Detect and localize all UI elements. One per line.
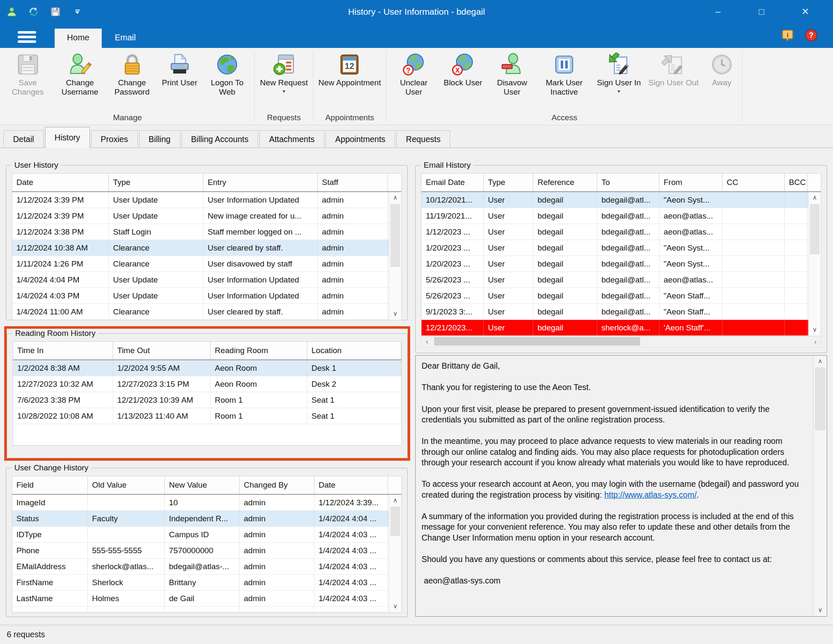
feedback-icon[interactable]: i — [781, 29, 794, 44]
scroll-down-icon[interactable]: ∨ — [809, 324, 821, 335]
user-icon[interactable] — [5, 5, 18, 18]
column-header-time-in[interactable]: Time In — [13, 342, 113, 359]
scrollbar-thumb[interactable] — [390, 507, 400, 536]
scroll-down-icon[interactable]: ∨ — [389, 601, 401, 612]
column-header-location[interactable]: Location — [307, 342, 401, 359]
menu-hamburger-icon[interactable] — [15, 29, 39, 45]
column-header-cc[interactable]: CC — [722, 174, 785, 191]
scroll-up-icon[interactable]: ∧ — [809, 192, 821, 203]
column-header-to[interactable]: To — [597, 174, 659, 191]
close-button[interactable]: ✕ — [783, 0, 827, 24]
sync-arrows-icon[interactable] — [27, 5, 40, 18]
column-header-staff[interactable]: Staff — [318, 174, 388, 191]
new-appointment-button[interactable]: 12New Appointment — [315, 51, 385, 88]
table-row[interactable]: 9/1/2023 3:...Userbdegailbdegail@atl..."… — [422, 304, 821, 320]
scroll-up-icon[interactable]: ∧ — [389, 495, 401, 506]
block-user-button[interactable]: XBlock User — [440, 51, 486, 88]
table-row[interactable]: LastNameHolmesde Gailadmin1/4/2024 4:03 … — [12, 591, 401, 607]
tab-requests[interactable]: Requests — [396, 130, 450, 148]
table-row[interactable]: 1/12/2023 ...Userbdegailbdegail@atl...ae… — [422, 224, 821, 240]
table-row-clipped[interactable]: SSCountryUnited Statesbdegail1/5/2022 4:… — [12, 607, 401, 612]
column-header-bcc[interactable]: BCC — [785, 174, 807, 191]
scrollbar-thumb[interactable] — [810, 204, 820, 254]
table-row[interactable]: 1/20/2023 ...Userbdegailbdegail@atl..."A… — [422, 240, 821, 256]
column-header-old-value[interactable]: Old Value — [88, 476, 165, 494]
vertical-scrollbar[interactable]: ∧∨ — [389, 192, 401, 320]
column-header-field[interactable]: Field — [12, 476, 88, 494]
tab-billing[interactable]: Billing — [139, 130, 180, 148]
logon-to-web-button[interactable]: Logon To Web — [201, 51, 253, 97]
scroll-down-icon[interactable]: ∨ — [389, 308, 401, 319]
tab-proxies[interactable]: Proxies — [91, 130, 138, 148]
vertical-scrollbar[interactable]: ∧∨ — [808, 192, 821, 336]
email-link[interactable]: http://www.atlas-sys.com/ — [604, 490, 697, 499]
column-header-reading-room[interactable]: Reading Room — [211, 342, 307, 359]
save-icon[interactable] — [49, 5, 62, 18]
horizontal-scrollbar[interactable]: ‹ › — [421, 336, 821, 347]
table-row[interactable]: 1/4/2024 4:03 PMUser UpdateUser Informat… — [12, 288, 401, 304]
scroll-right-icon[interactable]: › — [810, 336, 821, 347]
customize-quick-access-icon[interactable] — [71, 5, 84, 18]
scroll-left-icon[interactable]: ‹ — [422, 336, 432, 347]
table-row[interactable]: 11/19/2021...Userbdegailbdegail@atl...ae… — [422, 208, 821, 224]
column-header-changed-by[interactable]: Changed By — [240, 476, 314, 494]
table-row[interactable]: 1/12/2024 3:39 PMUser UpdateNew image cr… — [12, 208, 401, 224]
column-header-entry[interactable]: Entry — [203, 174, 318, 191]
table-row[interactable]: 5/26/2023 ...Userbdegailbdegail@atl...ae… — [422, 272, 821, 288]
table-row[interactable]: 1/12/2024 3:39 PMUser UpdateUser Informa… — [12, 192, 401, 208]
new-request-button[interactable]: New Request▾ — [256, 51, 311, 95]
table-row[interactable]: 10/12/2021...Userbdegailbdegail@atl..."A… — [422, 192, 821, 208]
tab-home[interactable]: Home — [55, 29, 102, 48]
column-header-new-value[interactable]: New Value — [165, 476, 240, 494]
column-header-reference[interactable]: Reference — [533, 174, 597, 191]
table-row[interactable]: 1/2/2024 8:38 AM1/2/2024 9:55 AMAeon Roo… — [13, 360, 401, 376]
scrollbar-thumb[interactable] — [434, 337, 640, 346]
column-header-from[interactable]: From — [659, 174, 722, 191]
tab-billing-accounts[interactable]: Billing Accounts — [182, 130, 258, 148]
table-row[interactable]: 1/11/2024 1:26 PMClearanceUser disavowed… — [12, 256, 401, 272]
table-row[interactable]: StatusFacultyIndependent R...admin1/4/20… — [12, 511, 401, 527]
column-header-date[interactable]: Date — [12, 174, 109, 191]
tab-email[interactable]: Email — [102, 29, 149, 48]
tab-appointments[interactable]: Appointments — [326, 130, 395, 148]
table-row[interactable]: 1/12/2024 10:38 AMClearanceUser cleared … — [12, 240, 401, 256]
table-row[interactable]: 5/26/2023 ...Userbdegailbdegail@atl..."A… — [422, 288, 821, 304]
table-row[interactable]: 7/6/2023 3:38 PM12/21/2023 10:39 AMRoom … — [13, 392, 401, 408]
table-row[interactable]: ImageId10admin1/12/2024 3:39... — [12, 495, 401, 511]
column-header-email-date[interactable]: Email Date — [422, 174, 484, 191]
change-password-button[interactable]: Change Password — [106, 51, 158, 97]
table-row[interactable]: IDTypeCampus IDadmin1/4/2024 4:03 ... — [12, 527, 401, 543]
table-row[interactable]: 1/4/2024 4:04 PMUser UpdateUser Informat… — [12, 272, 401, 288]
email-body[interactable]: Dear Brittany de Gail,Thank you for regi… — [416, 356, 813, 616]
disavow-user-button[interactable]: Disavow User — [486, 51, 538, 97]
table-row[interactable]: EMailAddresssherlock@atlas...bdegail@atl… — [12, 559, 401, 575]
scrollbar-thumb[interactable] — [815, 367, 825, 430]
column-header-time-out[interactable]: Time Out — [113, 342, 211, 359]
mark-user-inactive-button[interactable]: Mark User Inactive — [538, 51, 590, 97]
scrollbar-thumb[interactable] — [390, 204, 400, 267]
table-row[interactable]: 1/4/2024 11:00 AMClearanceUser cleared b… — [12, 304, 401, 320]
minimize-button[interactable]: – — [696, 0, 740, 24]
vertical-scrollbar[interactable]: ∧∨ — [389, 495, 401, 612]
scroll-up-icon[interactable]: ∧ — [389, 192, 401, 203]
column-header-date[interactable]: Date — [314, 476, 388, 494]
column-header-type[interactable]: Type — [109, 174, 203, 191]
scroll-down-icon[interactable]: ∨ — [814, 604, 827, 615]
tab-detail[interactable]: Detail — [3, 130, 44, 148]
unclear-user-button[interactable]: ?Unclear User — [388, 51, 440, 97]
sign-user-in-button[interactable]: Sign User In▾ — [593, 51, 645, 95]
help-icon[interactable]: ? — [804, 29, 818, 44]
tab-attachments[interactable]: Attachments — [259, 130, 324, 148]
vertical-scrollbar[interactable]: ∧ ∨ — [813, 356, 827, 616]
maximize-button[interactable]: □ — [740, 0, 783, 24]
column-header-type[interactable]: Type — [484, 174, 533, 191]
tab-history[interactable]: History — [45, 127, 90, 148]
table-row[interactable]: 12/27/2023 10:32 AM12/27/2023 3:15 PMAeo… — [13, 376, 401, 392]
scroll-up-icon[interactable]: ∧ — [814, 356, 827, 367]
table-row[interactable]: 10/28/2022 10:08 AM1/13/2023 11:40 AMRoo… — [13, 408, 401, 424]
table-row[interactable]: 1/12/2024 3:38 PMStaff LoginStaff member… — [12, 224, 401, 240]
table-row[interactable]: 1/20/2023 ...Userbdegailbdegail@atl..."A… — [422, 256, 821, 272]
table-row[interactable]: FirstNameSherlockBrittanyadmin1/4/2024 4… — [12, 575, 401, 591]
table-row[interactable]: 12/21/2023...Userbdegailsherlock@a...'Ae… — [422, 320, 821, 336]
print-user-button[interactable]: Print User — [158, 51, 201, 88]
